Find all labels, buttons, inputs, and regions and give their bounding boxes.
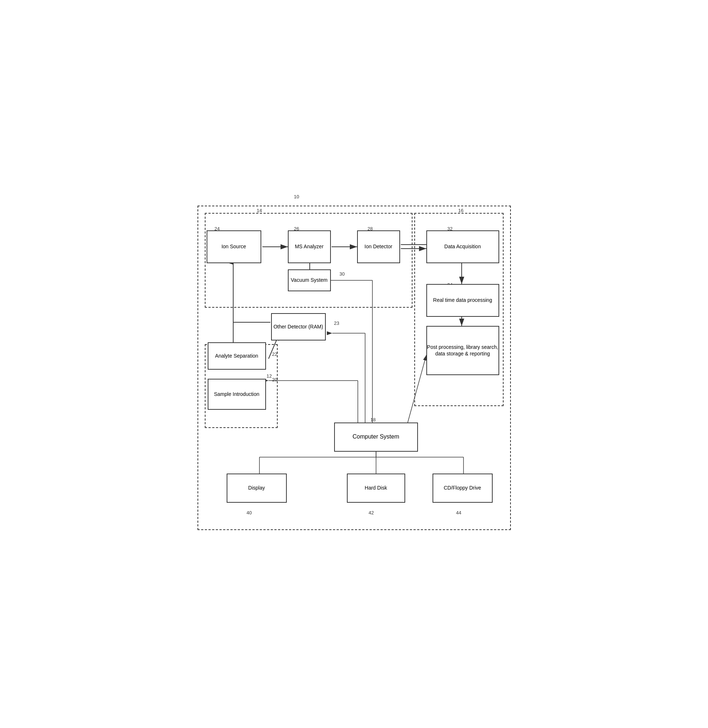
cd-floppy-label: CD/Floppy Drive — [444, 484, 481, 491]
label-16: 16 — [458, 208, 463, 213]
label-18: 18 — [371, 417, 376, 423]
sample-introduction-label: Sample Introduction — [214, 391, 260, 397]
label-30: 30 — [339, 271, 345, 277]
ms-analyzer-label: MS Analyzer — [295, 243, 324, 250]
analyte-separation-label: Analyte Separation — [215, 353, 258, 359]
label-10: 10 — [294, 194, 299, 199]
ms-analyzer-box: MS Analyzer — [288, 230, 331, 263]
label-14: 14 — [257, 208, 262, 213]
label-12: 12 — [267, 373, 272, 379]
hard-disk-label: Hard Disk — [365, 484, 387, 491]
post-processing-label: Post processing, library search, data st… — [427, 344, 499, 357]
label-20: 20 — [272, 377, 277, 382]
other-detector-box: Other Detector (RAM) — [271, 313, 326, 340]
hard-disk-box: Hard Disk — [347, 474, 405, 503]
real-time-box: Real time data processing — [427, 284, 499, 317]
ion-detector-label: Ion Detector — [364, 243, 392, 250]
data-acquisition-label: Data Acquisition — [444, 243, 481, 250]
cd-floppy-box: CD/Floppy Drive — [432, 474, 493, 503]
ion-source-box: Ion Source — [207, 230, 261, 263]
computer-system-box: Computer System — [334, 423, 418, 452]
ion-source-label: Ion Source — [222, 243, 246, 250]
vacuum-system-label: Vacuum System — [291, 277, 328, 283]
computer-system-label: Computer System — [353, 433, 399, 441]
label-40: 40 — [247, 510, 252, 516]
vacuum-system-box: Vacuum System — [288, 269, 331, 291]
sample-introduction-box: Sample Introduction — [208, 379, 266, 410]
ion-detector-box: Ion Detector — [357, 230, 400, 263]
diagram-container: 10 14 16 24 26 28 30 32 34 36 23 22 20 1… — [190, 191, 518, 537]
label-23: 23 — [334, 320, 339, 326]
label-44: 44 — [456, 510, 461, 516]
analyte-separation-box: Analyte Separation — [208, 342, 266, 370]
display-box: Display — [227, 474, 287, 503]
label-22: 22 — [272, 352, 277, 357]
display-label: Display — [248, 484, 265, 491]
other-detector-label: Other Detector (RAM) — [273, 323, 323, 330]
real-time-label: Real time data processing — [433, 297, 492, 303]
data-acquisition-box: Data Acquisition — [427, 230, 499, 263]
post-processing-box: Post processing, library search, data st… — [427, 326, 499, 375]
label-42: 42 — [369, 510, 374, 516]
